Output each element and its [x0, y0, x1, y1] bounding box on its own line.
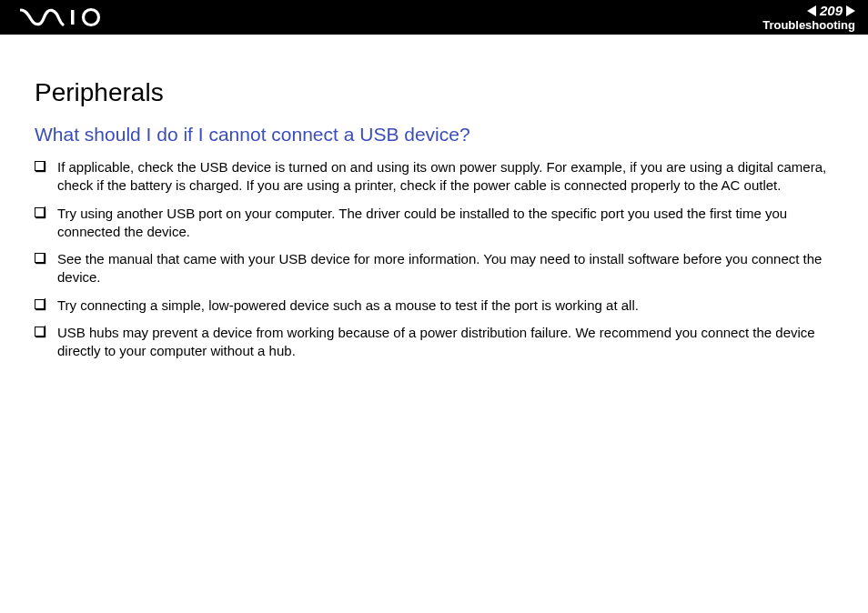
bullet-icon: [35, 253, 45, 263]
troubleshooting-list: If applicable, check the USB device is t…: [35, 158, 833, 360]
bullet-icon: [35, 299, 45, 309]
bullet-icon: [35, 161, 45, 171]
header-bar: 209 Troubleshooting: [0, 0, 868, 35]
vaio-logo: [20, 0, 107, 35]
content-area: Peripherals What should I do if I cannot…: [0, 35, 868, 360]
bullet-icon: [35, 207, 45, 217]
section-label: Troubleshooting: [762, 19, 855, 31]
page-number: 209: [820, 4, 843, 17]
header-right: 209 Troubleshooting: [762, 4, 855, 31]
list-item: If applicable, check the USB device is t…: [35, 158, 833, 196]
svg-rect-0: [71, 10, 75, 25]
list-item-text: Try using another USB port on your compu…: [57, 205, 833, 242]
svg-point-1: [84, 10, 99, 25]
list-item-text: See the manual that came with your USB d…: [57, 250, 833, 287]
list-item: Try connecting a simple, low-powered dev…: [35, 296, 833, 315]
next-page-icon[interactable]: [846, 5, 855, 16]
prev-page-icon[interactable]: [807, 5, 816, 16]
question-heading: What should I do if I cannot connect a U…: [35, 124, 833, 146]
page-title: Peripherals: [35, 78, 833, 107]
bullet-icon: [35, 327, 45, 337]
list-item: USB hubs may prevent a device from worki…: [35, 324, 833, 361]
list-item: Try using another USB port on your compu…: [35, 205, 833, 242]
list-item-text: If applicable, check the USB device is t…: [57, 158, 833, 196]
page-nav: 209: [807, 4, 855, 17]
list-item-text: USB hubs may prevent a device from worki…: [57, 324, 833, 361]
list-item-text: Try connecting a simple, low-powered dev…: [57, 296, 833, 315]
list-item: See the manual that came with your USB d…: [35, 250, 833, 287]
